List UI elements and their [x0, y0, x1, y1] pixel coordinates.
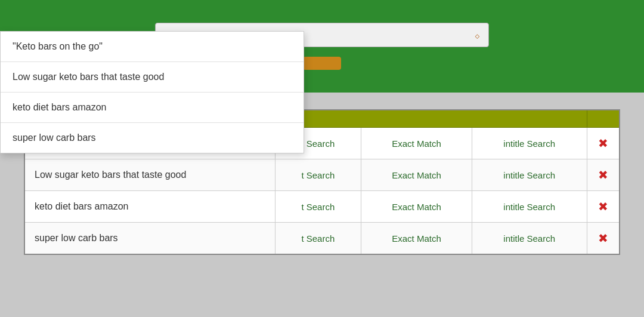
search-cell[interactable]: t Search — [275, 223, 361, 255]
delete-button[interactable]: ✖ — [597, 136, 610, 150]
keyword-dropdown-item[interactable]: Low sugar keto bars that taste good — [1, 62, 304, 93]
delete-button[interactable]: ✖ — [597, 168, 610, 182]
delete-cell: ✖ — [587, 128, 620, 159]
search-cell[interactable]: t Search — [275, 159, 361, 191]
intitle-cell[interactable]: intitle Search — [472, 223, 587, 255]
intitle-cell[interactable]: intitle Search — [472, 159, 587, 191]
search-cell[interactable]: t Search — [275, 191, 361, 223]
keyword-dropdown-item[interactable]: "Keto bars on the go" — [1, 32, 304, 62]
exact-match-cell[interactable]: Exact Match — [361, 223, 472, 255]
table-row: keto diet bars amazont SearchExact Match… — [24, 191, 620, 223]
keyword-dropdown: "Keto bars on the go"Low sugar keto bars… — [0, 31, 304, 153]
change-engine-button[interactable] — [303, 57, 341, 70]
delete-icon: ✖ — [598, 136, 608, 150]
keyword-cell: keto diet bars amazon — [24, 191, 275, 223]
intitle-cell[interactable]: intitle Search — [472, 191, 587, 223]
col-header-query — [275, 110, 587, 128]
keyword-dropdown-item[interactable]: keto diet bars amazon — [1, 93, 304, 123]
keyword-cell: Low sugar keto bars that taste good — [24, 159, 275, 191]
exact-match-cell[interactable]: Exact Match — [361, 159, 472, 191]
delete-cell: ✖ — [587, 191, 620, 223]
intitle-cell[interactable]: intitle Search — [472, 128, 587, 159]
keyword-cell: super low carb bars — [24, 223, 275, 255]
delete-icon: ✖ — [598, 168, 608, 182]
table-row: Low sugar keto bars that taste goodt Sea… — [24, 159, 620, 191]
delete-button[interactable]: ✖ — [597, 199, 610, 214]
table-row: super low carb barst SearchExact Matchin… — [24, 223, 620, 255]
main-content: "Keto bars on the go"t SearchExact Match… — [0, 93, 644, 272]
exact-match-cell[interactable]: Exact Match — [361, 191, 472, 223]
delete-icon: ✖ — [598, 231, 608, 245]
delete-cell: ✖ — [587, 223, 620, 255]
delete-button[interactable]: ✖ — [597, 231, 610, 245]
exact-match-cell[interactable]: Exact Match — [361, 128, 472, 159]
keyword-dropdown-item[interactable]: super low carb bars — [1, 123, 304, 153]
delete-cell: ✖ — [587, 159, 620, 191]
col-header-action — [587, 110, 620, 128]
delete-icon: ✖ — [598, 199, 608, 214]
